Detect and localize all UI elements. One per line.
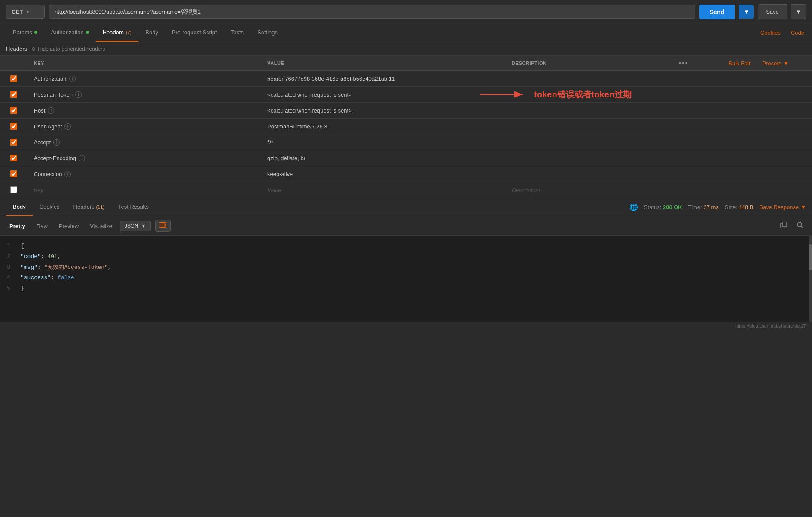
headers-table: KEY VALUE DESCRIPTION ••• Bulk Edit Pres…	[0, 56, 812, 198]
size-label: Size: 448 B	[725, 204, 754, 210]
row-key-cell: Host i	[28, 103, 261, 119]
row-0-checkbox[interactable]	[10, 75, 17, 82]
row-value-cell: gzip, deflate, br	[261, 150, 506, 166]
table-row: Connection i keep-alive	[0, 166, 812, 182]
new-row-key-cell[interactable]: Key	[28, 182, 261, 198]
columns-dots-button[interactable]: •••	[678, 59, 688, 67]
row-3-checkbox[interactable]	[10, 123, 17, 130]
tab-settings[interactable]: Settings	[250, 24, 284, 42]
response-tabs-bar: Body Cookies Headers (11) Test Results 🌐…	[0, 198, 812, 216]
response-meta: 🌐 Status: 200 OK Time: 27 ms Size: 448 B…	[629, 200, 806, 215]
resp-tab-headers[interactable]: Headers (11)	[67, 198, 111, 216]
new-row-desc-cell[interactable]: Description	[506, 182, 672, 198]
search-icon	[797, 222, 803, 228]
row-check-cell	[0, 150, 28, 166]
search-button[interactable]	[794, 221, 806, 231]
scroll-thumb[interactable]	[809, 244, 812, 270]
send-dropdown-button[interactable]: ▼	[739, 5, 754, 19]
row-2-checkbox[interactable]	[10, 107, 17, 114]
code-line-5: 5 }	[0, 283, 812, 294]
code-line-1: 1 {	[0, 241, 812, 252]
svg-rect-6	[782, 222, 787, 227]
tab-body[interactable]: Body	[138, 24, 165, 42]
response-body-toolbar: Pretty Raw Preview Visualize JSON ▼	[0, 216, 812, 236]
view-preview-button[interactable]: Preview	[55, 221, 82, 231]
view-visualize-button[interactable]: Visualize	[86, 221, 116, 231]
row-key-cell: Connection i	[28, 166, 261, 182]
send-button[interactable]: Send	[699, 5, 735, 19]
info-icon[interactable]: i	[64, 123, 71, 130]
new-row-value-cell[interactable]: Value	[261, 182, 506, 198]
row-key-cell: Postman-Token i	[28, 87, 261, 103]
copy-button[interactable]	[778, 221, 790, 231]
resp-tab-body[interactable]: Body	[6, 198, 33, 216]
format-select[interactable]: JSON ▼	[120, 221, 151, 231]
row-5-checkbox[interactable]	[10, 155, 17, 161]
info-icon[interactable]: i	[64, 171, 71, 177]
col-header-value: VALUE	[261, 56, 506, 71]
code-link[interactable]: Code	[789, 24, 806, 41]
info-icon[interactable]: i	[69, 76, 76, 82]
headers-badge: (7)	[126, 30, 131, 35]
tab-tests[interactable]: Tests	[224, 24, 250, 42]
view-raw-button[interactable]: Raw	[33, 221, 51, 231]
hide-auto-headers-btn[interactable]: ⊘ Hide auto-generated headers	[31, 46, 105, 52]
row-key-cell: Accept-Encoding i	[28, 150, 261, 166]
row-desc-cell	[506, 166, 672, 182]
code-line-4: 4 "success": false	[0, 273, 812, 283]
save-response-button[interactable]: Save Response ▼	[759, 204, 806, 210]
presets-chevron-icon: ▼	[783, 60, 789, 67]
table-row: Host i <calculated when request is sent>	[0, 103, 812, 119]
col-header-description: DESCRIPTION	[506, 56, 672, 71]
wrap-lines-button[interactable]	[155, 220, 171, 232]
tab-params[interactable]: Params	[6, 24, 44, 42]
method-select[interactable]: GET ▼	[6, 5, 45, 19]
url-input[interactable]	[49, 5, 695, 19]
row-check-cell	[0, 87, 28, 103]
col-header-key: KEY	[28, 56, 261, 71]
request-tabs: Params Authorization Headers (7) Body Pr…	[0, 24, 812, 42]
info-icon[interactable]: i	[75, 91, 82, 98]
row-value-cell: keep-alive	[261, 166, 506, 182]
row-value-cell: <calculated when request is sent>	[261, 87, 506, 103]
row-6-checkbox[interactable]	[10, 170, 17, 177]
svg-line-8	[801, 226, 803, 228]
info-icon[interactable]: i	[48, 107, 54, 114]
save-button[interactable]: Save	[758, 4, 787, 19]
col-header-dots: •••	[672, 56, 701, 71]
row-1-checkbox[interactable]	[10, 91, 17, 98]
row-check-cell	[0, 166, 28, 182]
save-response-chevron-icon: ▼	[800, 204, 806, 210]
headers-subbar: Headers ⊘ Hide auto-generated headers	[0, 42, 812, 56]
time-value: 27 ms	[703, 204, 718, 210]
save-dropdown-button[interactable]: ▼	[791, 4, 806, 19]
svg-point-7	[797, 222, 802, 227]
presets-button[interactable]: Presets ▼	[763, 60, 789, 67]
new-row-checkbox[interactable]	[10, 186, 17, 193]
response-right-icons	[778, 221, 806, 231]
row-key-cell: Authorization i	[28, 71, 261, 87]
table-row: Authorization i bearer 76677e98-368e-416…	[0, 71, 812, 87]
resp-tab-cookies[interactable]: Cookies	[33, 198, 67, 216]
tab-authorization[interactable]: Authorization	[44, 24, 96, 42]
time-label: Time: 27 ms	[688, 204, 719, 210]
resp-tab-test-results[interactable]: Test Results	[111, 198, 156, 216]
row-4-checkbox[interactable]	[10, 139, 17, 146]
bulk-edit-button[interactable]: Bulk Edit	[728, 60, 750, 67]
scrollbar[interactable]	[809, 236, 812, 322]
tab-headers[interactable]: Headers (7)	[96, 24, 139, 42]
info-icon[interactable]: i	[79, 155, 85, 161]
view-pretty-button[interactable]: Pretty	[6, 221, 29, 231]
annotation-text: token错误或者token过期	[531, 89, 632, 100]
copy-icon	[780, 222, 787, 228]
cookies-link[interactable]: Cookies	[759, 24, 782, 41]
row-key-cell: User-Agent i	[28, 119, 261, 134]
row-value-cell: PostmanRuntime/7.26.3	[261, 119, 506, 134]
tab-prerequest[interactable]: Pre-request Script	[165, 24, 224, 42]
auth-dot	[86, 31, 89, 34]
response-section: Body Cookies Headers (11) Test Results 🌐…	[0, 198, 812, 322]
method-dropdown-arrow: ▼	[26, 9, 30, 14]
info-icon[interactable]: i	[53, 139, 60, 146]
code-line-2: 2 "code": 401,	[0, 252, 812, 262]
watermark: https://blog.csdn.net/zhourenfei17	[0, 322, 812, 330]
